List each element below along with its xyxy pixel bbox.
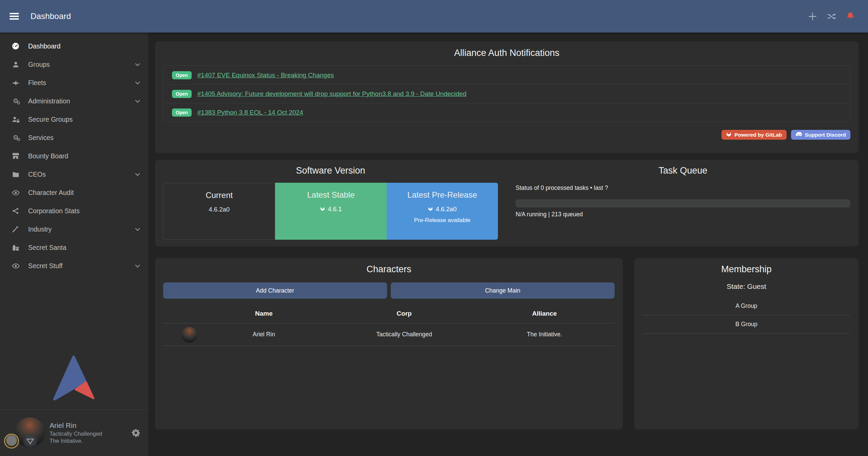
- user-icon: [9, 61, 22, 68]
- notification-item: Open #1407 EVE Equinox Status - Breaking…: [163, 66, 850, 84]
- alliance-auth-logo: [0, 354, 148, 409]
- notification-link[interactable]: #1407 EVE Equinox Status - Breaking Chan…: [197, 72, 334, 79]
- chevron-down-icon: [134, 61, 141, 68]
- list-item: B Group: [642, 315, 850, 334]
- share-icon: [9, 207, 22, 214]
- sidebar-item-groups[interactable]: Groups: [0, 55, 148, 74]
- notification-link[interactable]: #1383 Python 3.8 EOL - 14 Oct 2024: [197, 109, 303, 116]
- characters-panel: Characters Add Character Change Main Nam…: [155, 258, 623, 430]
- sidebar-item-label: Secret Stuff: [28, 262, 63, 270]
- sidebar-item-label: Corporation Stats: [28, 207, 80, 215]
- gitlab-icon: [428, 205, 433, 213]
- sidebar-item-label: CEOs: [28, 171, 46, 178]
- chevron-down-icon: [134, 263, 141, 269]
- powered-by-gitlab-badge[interactable]: Powered by GitLab: [721, 130, 786, 140]
- folder-icon: [9, 171, 22, 178]
- version-value: 4.6.1: [275, 205, 386, 213]
- user-lock-icon: [9, 116, 22, 123]
- sidebar-item-label: Character Audit: [28, 189, 74, 197]
- notification-link[interactable]: #1405 Advisory: Future development will …: [197, 90, 466, 98]
- sidebar-item-administration[interactable]: ⚙⚙ Administration: [0, 92, 148, 110]
- bell-icon[interactable]: [846, 12, 854, 21]
- character-alliance: The Initiative.: [474, 331, 615, 338]
- characters-title: Characters: [163, 264, 615, 275]
- corp-logo: [4, 434, 19, 449]
- discord-icon: [795, 132, 802, 138]
- version-latest-stable: Latest Stable 4.6.1: [275, 183, 386, 240]
- alliance-logo: [23, 434, 37, 449]
- top-navbar: Dashboard: [0, 0, 868, 33]
- support-discord-badge[interactable]: Support Discord: [791, 130, 850, 140]
- sidebar-item-secret-stuff[interactable]: Secret Stuff: [0, 257, 148, 275]
- version-name: Current: [163, 191, 275, 200]
- notifications-panel: Alliance Auth Notifications Open #1407 E…: [155, 41, 859, 153]
- gitlab-icon: [320, 205, 325, 213]
- character-name: Ariel Rin: [194, 331, 334, 338]
- user-name: Ariel Rin: [50, 421, 102, 430]
- table-row: Ariel Rin Tactically Challenged The Init…: [163, 323, 615, 346]
- chevron-down-icon: [134, 98, 141, 104]
- version-latest-prerelease: Latest Pre-Release 4.6.2a0 Pre-Release a…: [387, 183, 498, 240]
- sidebar-item-character-audit[interactable]: Character Audit: [0, 183, 148, 202]
- sidebar-item-services[interactable]: ⚙⚙ Services: [0, 128, 148, 147]
- task-queue-progressbar: [516, 199, 850, 207]
- notification-item: Open #1383 Python 3.8 EOL - 14 Oct 2024: [163, 103, 850, 122]
- version-current: Current 4.6.2a0: [163, 183, 275, 240]
- notifications-list: Open #1407 EVE Equinox Status - Breaking…: [163, 65, 850, 122]
- sidebar-item-label: Services: [28, 134, 54, 142]
- version-value: 4.6.2a0: [387, 205, 498, 213]
- user-avatar-stack: [7, 416, 45, 450]
- version-value: 4.6.2a0: [163, 206, 275, 213]
- notification-item: Open #1405 Advisory: Future development …: [163, 84, 850, 103]
- sidebar-item-corporation-stats[interactable]: Corporation Stats: [0, 202, 148, 220]
- task-queue-title: Task Queue: [516, 165, 850, 176]
- user-panel: Ariel Rin Tactically Challenged The Init…: [0, 409, 148, 456]
- column-header-corp: Corp: [334, 310, 475, 317]
- user-alliance: The Initiative.: [50, 437, 102, 445]
- sidebar-item-secret-santa[interactable]: Secret Santa: [0, 238, 148, 257]
- gears-icon: ⚙⚙: [9, 134, 22, 141]
- sidebar-item-fleets[interactable]: Fleets: [0, 74, 148, 92]
- gear-icon[interactable]: [132, 429, 140, 437]
- character-corp: Tactically Challenged: [334, 331, 475, 338]
- gears-icon: ⚙⚙: [9, 98, 22, 104]
- membership-list: A Group B Group: [642, 297, 850, 334]
- version-name: Latest Stable: [275, 190, 386, 200]
- sidebar-item-industry[interactable]: Industry: [0, 220, 148, 238]
- sidebar-menu: Dashboard Groups Fleets ⚙⚙ Administratio…: [0, 33, 148, 275]
- change-main-button[interactable]: Change Main: [391, 282, 615, 299]
- add-character-button[interactable]: Add Character: [163, 282, 387, 299]
- badge-label: Powered by GitLab: [734, 132, 782, 138]
- notifications-title: Alliance Auth Notifications: [163, 48, 850, 58]
- status-badge: Open: [172, 90, 192, 98]
- sidebar-item-label: Administration: [28, 97, 70, 105]
- menu-icon[interactable]: [9, 12, 19, 20]
- chevron-down-icon: [134, 226, 141, 233]
- eye-icon: [9, 263, 22, 269]
- chevron-down-icon: [134, 171, 141, 178]
- sidebar-item-bounty-board[interactable]: Bounty Board: [0, 147, 148, 165]
- gitlab-icon: [726, 132, 732, 138]
- sidebar-item-dashboard[interactable]: Dashboard: [0, 37, 148, 55]
- task-queue-status: Status of 0 processed tasks • last ?: [516, 184, 850, 192]
- status-badge: Open: [172, 108, 192, 117]
- membership-state: State: Guest: [642, 282, 850, 291]
- store-icon: [9, 153, 22, 159]
- list-item: A Group: [642, 297, 850, 315]
- plus-icon[interactable]: [808, 12, 817, 21]
- sidebar-item-label: Bounty Board: [28, 152, 68, 160]
- shuffle-icon[interactable]: [827, 13, 836, 20]
- status-badge: Open: [172, 71, 192, 79]
- column-header-name: Name: [194, 310, 334, 317]
- jet-icon: [9, 79, 22, 86]
- gifts-icon: [9, 244, 22, 251]
- page-title: Dashboard: [31, 12, 71, 21]
- task-queue-meta: N/A running | 213 queued: [516, 211, 850, 218]
- main-content: Alliance Auth Notifications Open #1407 E…: [148, 33, 868, 456]
- sidebar-item-secure-groups[interactable]: Secure Groups: [0, 110, 148, 128]
- sidebar-item-label: Fleets: [28, 79, 46, 87]
- sidebar-item-label: Industry: [28, 225, 52, 233]
- character-avatar: [181, 327, 197, 343]
- gauge-icon: [9, 42, 22, 50]
- sidebar-item-ceos[interactable]: CEOs: [0, 165, 148, 183]
